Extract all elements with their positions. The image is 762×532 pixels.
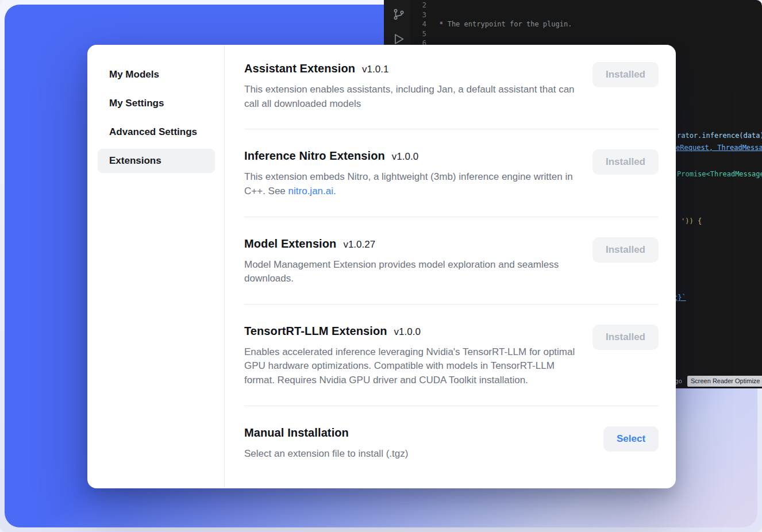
extension-info: TensortRT-LLM Extension v1.0.0 Enables a…: [244, 325, 582, 388]
sidebar-item-label: My Settings: [109, 98, 164, 109]
extension-title: Inference Nitro Extension: [244, 149, 385, 163]
installed-button[interactable]: Installed: [592, 149, 659, 175]
line-number: 2: [410, 1, 426, 10]
extension-info: Manual Installation Select an extension …: [244, 426, 408, 461]
nitro-jan-ai-link[interactable]: nitro.jan.ai.: [288, 186, 336, 196]
screen-reader-status-badge: Screen Reader Optimize: [687, 376, 762, 387]
settings-modal: My Models My Settings Advanced Settings …: [87, 45, 676, 488]
extension-info: Assistant Extension v1.0.1 This extensio…: [244, 62, 582, 111]
sidebar-item-extensions[interactable]: Extensions: [98, 149, 215, 173]
installed-button[interactable]: Installed: [592, 237, 659, 263]
extension-row-assistant: Assistant Extension v1.0.1 This extensio…: [244, 61, 659, 129]
extension-info: Model Extension v1.0.27 Model Management…: [244, 237, 582, 286]
extension-description: Model Management Extension provides mode…: [244, 258, 582, 286]
code-fragment: ')) {: [681, 217, 702, 225]
extension-version: v1.0.0: [394, 326, 421, 338]
extension-title: TensortRT-LLM Extension: [244, 325, 387, 338]
sidebar-item-my-settings[interactable]: My Settings: [98, 91, 215, 115]
sidebar-item-label: Extensions: [109, 155, 161, 167]
code-comment: * The entrypoint for the plugin.: [435, 20, 572, 28]
settings-sidebar: My Models My Settings Advanced Settings …: [87, 45, 225, 488]
extension-description: This extension embeds Nitro, a lightweig…: [244, 170, 582, 198]
extension-title: Assistant Extension: [244, 62, 355, 75]
manual-installation-description: Select an extension file to install (.tg…: [244, 447, 408, 461]
extension-version: v1.0.1: [362, 64, 388, 75]
sidebar-item-my-models[interactable]: My Models: [98, 63, 215, 87]
extension-title: Model Extension: [244, 237, 336, 250]
line-number: 4: [410, 20, 426, 29]
screenshot-root: 2 3 4 5 6 * The entrypoint for the plugi…: [0, 0, 762, 532]
sidebar-item-label: My Models: [109, 69, 159, 80]
select-file-button[interactable]: Select: [603, 426, 659, 452]
code-fragment: Promise<ThreadMessage>: [677, 170, 762, 178]
extension-version: v1.0.27: [343, 239, 375, 250]
extension-version: v1.0.0: [392, 151, 418, 163]
manual-installation-title: Manual Installation: [244, 426, 349, 440]
code-fragment: rator.inference(data));: [677, 132, 762, 140]
sidebar-item-advanced-settings[interactable]: Advanced Settings: [98, 120, 215, 144]
installed-button[interactable]: Installed: [592, 325, 659, 350]
extension-row-tensorrt: TensortRT-LLM Extension v1.0.0 Enables a…: [244, 304, 659, 406]
sidebar-item-label: Advanced Settings: [109, 126, 197, 138]
extension-description: This extension enables assistants, inclu…: [244, 83, 582, 111]
installed-button[interactable]: Installed: [592, 62, 659, 87]
line-number: 3: [410, 10, 426, 20]
extension-row-nitro: Inference Nitro Extension v1.0.0 This ex…: [244, 129, 659, 217]
extensions-panel: Assistant Extension v1.0.1 This extensio…: [225, 45, 676, 488]
line-number: 5: [410, 29, 426, 39]
extension-info: Inference Nitro Extension v1.0.0 This ex…: [244, 149, 582, 198]
extension-row-model: Model Extension v1.0.27 Model Management…: [244, 217, 659, 304]
extension-description: Enables accelerated inference leveraging…: [244, 345, 582, 388]
manual-installation-row: Manual Installation Select an extension …: [244, 406, 659, 479]
source-control-icon[interactable]: [392, 7, 405, 21]
